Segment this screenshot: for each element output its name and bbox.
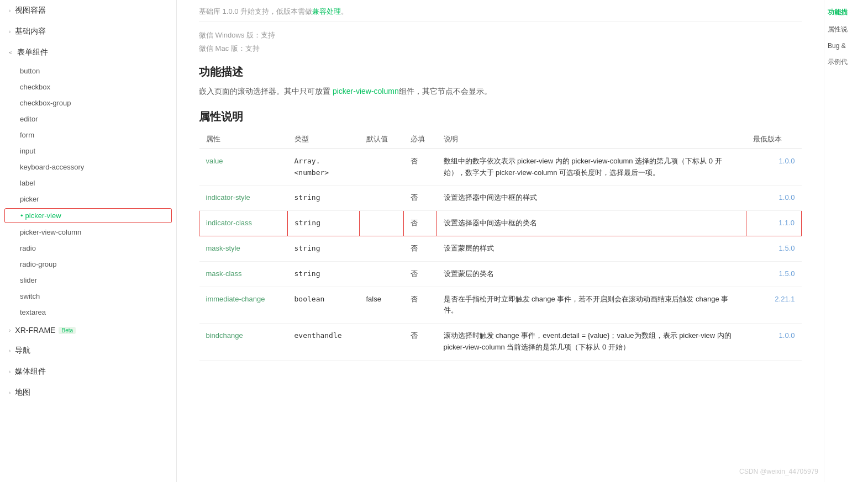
platform-mac: 微信 Mac 版：支持	[199, 44, 802, 54]
cell-desc: 滚动选择时触发 change 事件，event.detail = {value}…	[437, 324, 746, 361]
cell-version: 1.0.0	[746, 324, 802, 361]
sidebar-group-view-container: 视图容器	[0, 0, 176, 21]
sidebar-item-radio-group[interactable]: radio-group	[0, 256, 176, 272]
chevron-right-icon-media	[9, 369, 10, 375]
cell-version: 2.21.1	[746, 287, 802, 324]
chevron-right-icon-nav	[9, 348, 10, 354]
chevron-right-icon-xr	[9, 327, 10, 333]
cell-required: 否	[404, 211, 437, 236]
cell-default	[360, 211, 404, 236]
attr-link[interactable]: indicator-style	[206, 193, 250, 202]
sidebar-item-editor[interactable]: editor	[0, 111, 176, 127]
sidebar-item-label[interactable]: label	[0, 175, 176, 191]
chevron-right-icon-basic	[9, 29, 10, 35]
th-type: 类型	[288, 130, 360, 149]
sidebar-item-picker-view[interactable]: picker-view	[4, 208, 172, 223]
cell-type: string	[288, 236, 360, 261]
sidebar-items-form-components: button checkbox checkbox-group editor fo…	[0, 63, 176, 320]
th-required: 必填	[404, 130, 437, 149]
cell-version: 1.0.0	[746, 149, 802, 186]
attr-link[interactable]: indicator-class	[206, 219, 252, 227]
cell-attr-name: mask-class	[199, 261, 288, 287]
sidebar-group-map: 地图	[0, 382, 176, 403]
sidebar-group-header-media[interactable]: 媒体组件	[0, 361, 176, 382]
right-sidebar-item-bug[interactable]: Bug &	[827, 40, 866, 52]
sidebar-item-slider[interactable]: slider	[0, 272, 176, 288]
sidebar-group-form-components: 表单组件 button checkbox checkbox-group edit…	[0, 42, 176, 320]
picker-view-column-link[interactable]: picker-view-column	[333, 87, 399, 96]
sidebar-item-keyboard-accessory[interactable]: keyboard-accessory	[0, 159, 176, 175]
sidebar-item-input[interactable]: input	[0, 143, 176, 159]
sidebar-group-header-xr-frame[interactable]: XR-FRAME Beta	[0, 320, 176, 340]
cell-attr-name: value	[199, 149, 288, 186]
right-sidebar-item-example[interactable]: 示例代	[827, 55, 866, 69]
cell-desc: 设置选择器中间选中框的样式	[437, 186, 746, 211]
right-sidebar: 功能描 属性说 Bug & 示例代	[824, 0, 868, 482]
cell-version: 1.5.0	[746, 261, 802, 287]
sidebar-group-label-view-container: 视图容器	[15, 6, 46, 15]
right-sidebar-item-attr[interactable]: 属性说	[827, 23, 866, 36]
attr-link[interactable]: bindchange	[206, 331, 243, 340]
section-feature-title: 功能描述	[199, 65, 802, 80]
cell-attr-name: bindchange	[199, 324, 288, 361]
sidebar-item-picker-view-column[interactable]: picker-view-column	[0, 224, 176, 240]
cell-desc: 数组中的数字依次表示 picker-view 内的 picker-view-co…	[437, 149, 746, 186]
sidebar-item-checkbox[interactable]: checkbox	[0, 79, 176, 95]
sidebar-item-textarea[interactable]: textarea	[0, 304, 176, 320]
cell-type: string	[288, 186, 360, 211]
sidebar-group-label-media: 媒体组件	[15, 367, 46, 377]
sidebar-group-header-view-container[interactable]: 视图容器	[0, 0, 176, 21]
notice-link[interactable]: 兼容处理	[312, 7, 341, 15]
table-row: immediate-changebooleanfalse否是否在手指松开时立即触…	[199, 287, 802, 324]
sidebar-item-checkbox-group[interactable]: checkbox-group	[0, 95, 176, 111]
cell-version: 1.5.0	[746, 236, 802, 261]
sidebar-group-label-xr-frame: XR-FRAME	[15, 326, 55, 335]
watermark: CSDN @weixin_44705979	[739, 468, 818, 475]
sidebar-group-navigation: 导航	[0, 340, 176, 361]
sidebar-item-picker[interactable]: picker	[0, 191, 176, 207]
cell-desc: 设置蒙层的样式	[437, 236, 746, 261]
sidebar-group-xr-frame: XR-FRAME Beta	[0, 320, 176, 340]
xr-frame-badge: Beta	[59, 327, 76, 334]
cell-version: 1.0.0	[746, 186, 802, 211]
sidebar-group-header-basic-content[interactable]: 基础内容	[0, 21, 176, 42]
th-attr: 属性	[199, 130, 288, 149]
section-attr-title: 属性说明	[199, 109, 802, 124]
sidebar-group-header-navigation[interactable]: 导航	[0, 340, 176, 361]
attr-link[interactable]: mask-style	[206, 244, 240, 252]
attr-link[interactable]: immediate-change	[206, 295, 265, 303]
sidebar-item-radio[interactable]: radio	[0, 240, 176, 256]
sidebar-group-header-map[interactable]: 地图	[0, 382, 176, 403]
chevron-right-icon-map	[9, 390, 10, 396]
chevron-down-icon-form	[8, 51, 14, 55]
sidebar: 视图容器 基础内容 表单组件 button checkbox checkbox-…	[0, 0, 177, 482]
attr-link[interactable]: value	[206, 157, 223, 165]
cell-required: 否	[404, 324, 437, 361]
sidebar-group-label-form-components: 表单组件	[17, 47, 48, 57]
sidebar-item-form[interactable]: form	[0, 127, 176, 143]
table-row: indicator-stylestring否设置选择器中间选中框的样式1.0.0	[199, 186, 802, 211]
cell-required: 否	[404, 236, 437, 261]
cell-default	[360, 261, 404, 287]
table-row: mask-stylestring否设置蒙层的样式1.5.0	[199, 236, 802, 261]
cell-type: eventhandle	[288, 324, 360, 361]
notice-suffix: 。	[341, 7, 348, 15]
sidebar-group-label-basic-content: 基础内容	[15, 27, 46, 36]
cell-default	[360, 186, 404, 211]
sidebar-group-label-navigation: 导航	[15, 346, 30, 356]
cell-required: 否	[404, 149, 437, 186]
platform-windows: 微信 Windows 版：支持	[199, 30, 802, 40]
cell-type: string	[288, 211, 360, 236]
table-row: indicator-classstring否设置选择器中间选中框的类名1.1.0	[199, 211, 802, 236]
cell-attr-name: indicator-style	[199, 186, 288, 211]
notice-bar: 基础库 1.0.0 升始支持，低版本需做兼容处理。	[199, 0, 802, 22]
sidebar-group-header-form-components[interactable]: 表单组件	[0, 42, 176, 63]
cell-type: string	[288, 261, 360, 287]
sidebar-item-switch[interactable]: switch	[0, 288, 176, 304]
right-sidebar-item-feature[interactable]: 功能描	[827, 6, 866, 19]
sidebar-item-button[interactable]: button	[0, 63, 176, 79]
cell-default: false	[360, 287, 404, 324]
main-content: 基础库 1.0.0 升始支持，低版本需做兼容处理。 微信 Windows 版：支…	[177, 0, 824, 482]
attr-link[interactable]: mask-class	[206, 269, 242, 278]
cell-attr-name: mask-style	[199, 236, 288, 261]
